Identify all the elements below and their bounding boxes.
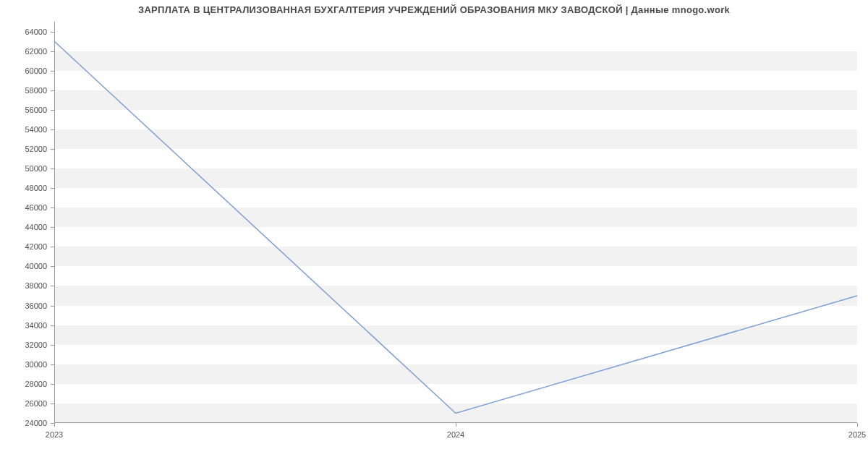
y-tick-label: 24000 — [25, 419, 47, 427]
x-tick-mark — [54, 423, 55, 427]
y-tick-mark — [51, 129, 54, 130]
y-tick-label: 40000 — [25, 262, 47, 270]
y-tick-label: 54000 — [25, 125, 47, 134]
y-tick-mark — [51, 208, 54, 208]
y-tick-label: 56000 — [25, 106, 47, 114]
x-tick-mark — [857, 423, 858, 427]
y-tick-mark — [51, 306, 54, 307]
y-tick-label: 26000 — [25, 399, 47, 408]
y-tick-label: 60000 — [25, 67, 47, 75]
plot-area: 2400026000280003000032000340003600038000… — [54, 22, 857, 423]
y-tick-label: 50000 — [25, 164, 47, 173]
y-tick-label: 52000 — [25, 145, 47, 153]
y-tick-mark — [51, 247, 54, 247]
y-tick-mark — [51, 149, 54, 150]
y-tick-mark — [51, 403, 54, 404]
y-tick-mark — [51, 364, 54, 365]
y-tick-label: 44000 — [25, 223, 47, 231]
y-tick-mark — [51, 227, 54, 228]
y-tick-label: 32000 — [25, 341, 47, 349]
x-tick-label: 2025 — [848, 430, 866, 439]
y-tick-mark — [51, 71, 54, 72]
y-tick-label: 58000 — [25, 86, 47, 95]
y-tick-label: 30000 — [25, 360, 47, 369]
data-line — [54, 41, 857, 413]
y-tick-label: 46000 — [25, 203, 47, 212]
y-tick-label: 34000 — [25, 321, 47, 330]
y-tick-label: 36000 — [25, 302, 47, 310]
y-tick-label: 28000 — [25, 380, 47, 388]
y-tick-mark — [51, 325, 54, 326]
y-tick-label: 42000 — [25, 242, 47, 251]
y-tick-mark — [51, 345, 54, 346]
y-tick-mark — [51, 168, 54, 169]
y-tick-mark — [51, 90, 54, 91]
y-tick-mark — [51, 384, 54, 385]
y-tick-mark — [51, 32, 54, 33]
x-tick-mark — [456, 423, 456, 427]
y-tick-mark — [51, 110, 54, 111]
chart-title: ЗАРПЛАТА В ЦЕНТРАЛИЗОВАННАЯ БУХГАЛТЕРИЯ … — [0, 4, 868, 15]
y-tick-mark — [51, 286, 54, 286]
y-tick-label: 38000 — [25, 281, 47, 290]
y-tick-label: 62000 — [25, 47, 47, 56]
y-tick-label: 48000 — [25, 184, 47, 192]
line-chart-svg — [54, 22, 857, 423]
y-tick-mark — [51, 266, 54, 267]
y-tick-mark — [51, 188, 54, 189]
x-tick-label: 2023 — [46, 430, 63, 439]
x-tick-label: 2024 — [447, 430, 464, 439]
y-tick-label: 64000 — [25, 27, 47, 36]
y-tick-mark — [51, 51, 54, 52]
